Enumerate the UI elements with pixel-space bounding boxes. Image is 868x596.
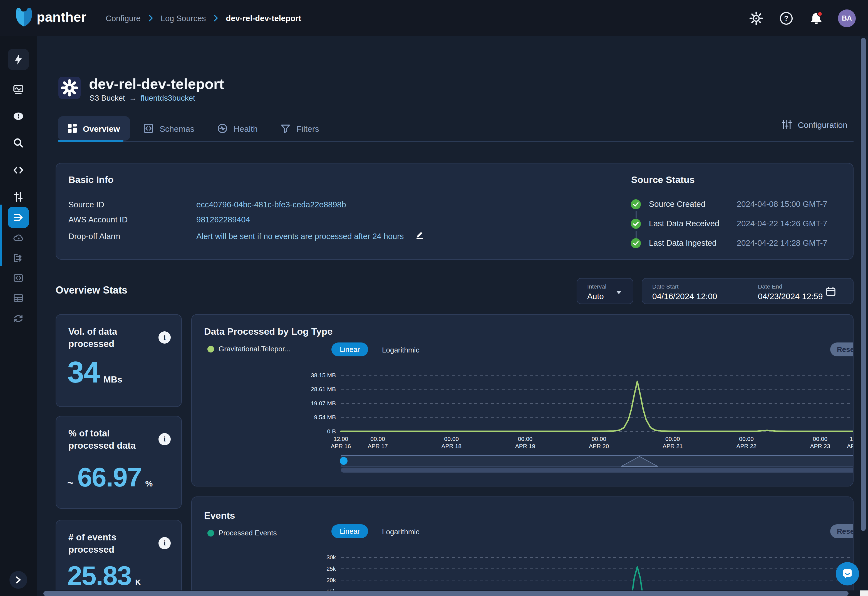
horizontal-scrollbar-thumb[interactable] [43, 591, 849, 596]
tab-label: Health [233, 124, 258, 133]
info-icon[interactable]: i [158, 537, 171, 549]
interval-value: Auto [587, 292, 604, 301]
tab-schemas[interactable]: Schemas [133, 116, 204, 141]
overview-stats-title: Overview Stats [56, 285, 127, 297]
info-icon[interactable]: i [158, 331, 171, 344]
tab-filters[interactable]: Filters [271, 116, 329, 141]
sidebar-item-tables[interactable] [13, 292, 24, 304]
svg-text:9.54 MB: 9.54 MB [314, 414, 336, 420]
svg-text:APR 22: APR 22 [736, 443, 756, 449]
svg-text:APR 23: APR 23 [810, 443, 830, 449]
chat-support-button[interactable] [836, 562, 859, 586]
sidebar-item-search[interactable] [13, 137, 24, 149]
sidebar-item-alerts[interactable] [13, 111, 24, 122]
panther-logo[interactable]: panther [16, 7, 87, 27]
date-range-picker[interactable]: Date Start 04/16/2024 12:00 Date End 04/… [642, 278, 853, 304]
stat-card-volume: Vol. of data processed i 34 MBs [56, 314, 182, 407]
date-end-value[interactable]: 04/23/2024 12:59 [758, 291, 823, 301]
info-row-label: Source ID [68, 200, 104, 209]
sidebar-expand-button[interactable] [9, 571, 27, 589]
status-connector [636, 231, 637, 238]
funnel-icon [281, 124, 290, 133]
brush-handle-left[interactable] [340, 457, 347, 465]
svg-text:APR 16: APR 16 [331, 443, 351, 449]
sidebar-item-monitor-pulse[interactable] [13, 84, 24, 95]
source-id-value: ecc40796-04bc-481c-bfe3-ceda22e8898b [196, 200, 346, 209]
stat-unit: K [135, 578, 141, 587]
svg-text:00:00: 00:00 [518, 435, 533, 442]
source-type-label: S3 Bucket [90, 93, 125, 102]
edit-pencil-icon[interactable] [415, 230, 424, 239]
sidebar-item-pipeline[interactable] [13, 313, 24, 324]
svg-text:APR 21: APR 21 [663, 443, 682, 449]
logo-wordmark: panther [37, 9, 87, 25]
stat-title: Vol. of data processed [68, 326, 152, 350]
settings-gear-icon[interactable] [748, 10, 765, 27]
help-icon[interactable]: ? [778, 10, 794, 27]
stat-number: 34 [67, 355, 99, 389]
tab-overview[interactable]: Overview [58, 116, 130, 141]
stat-title: % of total processed data [68, 428, 152, 452]
check-circle-icon [630, 238, 641, 248]
brush-rail[interactable] [341, 468, 853, 472]
app-window: panther Configure Log Sources dev-rel-de… [0, 0, 868, 596]
status-row-value: 2024-04-22 14:28 GMT-7 [737, 239, 827, 248]
stat-card-events: # of events processed i 25.83 K [56, 520, 182, 596]
svg-text:38.15 MB: 38.15 MB [311, 372, 336, 378]
configuration-button[interactable]: Configuration [782, 119, 847, 130]
brush-preview [341, 455, 853, 467]
info-icon[interactable]: i [158, 433, 171, 446]
arrow-right: → [129, 93, 137, 102]
sidebar-item-forwarding[interactable] [13, 252, 24, 264]
source-status-title: Source Status [631, 174, 695, 186]
svg-text:00:00: 00:00 [665, 435, 680, 442]
sidebar-active-indicator [0, 205, 2, 266]
chevron-right-icon [214, 15, 218, 22]
breadcrumb-log-sources[interactable]: Log Sources [161, 13, 206, 22]
sidebar-item-code[interactable] [13, 165, 24, 176]
sliders-icon [782, 119, 792, 130]
code-square-icon [143, 124, 154, 133]
interval-dropdown[interactable]: Interval Auto [577, 278, 633, 304]
svg-text:APR 20: APR 20 [589, 443, 609, 449]
date-start-value[interactable]: 04/16/2024 12:00 [652, 291, 717, 301]
breadcrumb-current: dev-rel-dev-teleport [226, 13, 301, 22]
stat-number: 66.97 [77, 462, 141, 493]
svg-text:0 B: 0 B [327, 428, 336, 435]
status-row-value: 2024-04-08 15:00 GMT-7 [737, 199, 827, 208]
stat-card-percent: % of total processed data i ~ 66.97 % [56, 416, 182, 509]
date-start-label: Date Start [652, 283, 679, 290]
topbar: panther Configure Log Sources dev-rel-de… [0, 0, 868, 36]
stat-value: ~ 66.97 % [67, 462, 153, 493]
svg-text:00:00: 00:00 [371, 435, 385, 442]
sidebar-item-sliders[interactable] [13, 191, 24, 202]
status-row-label: Last Data Ingested [649, 239, 716, 248]
interval-label: Interval [587, 283, 607, 290]
calendar-icon[interactable] [826, 286, 836, 297]
avatar[interactable]: BA [838, 9, 856, 27]
vertical-scrollbar-thumb[interactable] [861, 38, 866, 531]
info-row-label: AWS Account ID [68, 215, 128, 224]
stat-value: 34 MBs [67, 355, 123, 389]
sidebar-item-schemas[interactable] [13, 273, 24, 283]
stat-unit: MBs [103, 375, 123, 385]
sidebar-item-log-sources-active[interactable] [13, 212, 24, 223]
svg-text:APR 19: APR 19 [515, 443, 535, 449]
check-circle-icon [630, 199, 641, 209]
sidebar-item-lightning[interactable] [13, 54, 24, 65]
sidebar-item-cloud-security[interactable] [13, 232, 24, 243]
notification-dot [818, 12, 822, 16]
svg-text:12:00: 12:00 [334, 435, 348, 442]
stat-title: # of events processed [68, 531, 152, 556]
scrollbar-corner [860, 590, 868, 596]
timeline-brush[interactable] [341, 455, 853, 472]
panther-shield-icon [16, 7, 32, 27]
bucket-link[interactable]: fluentds3bucket [141, 93, 195, 102]
drop-off-alarm-value: Alert will be sent if no events are proc… [196, 232, 404, 241]
info-row-label: Drop-off Alarm [68, 232, 120, 241]
notifications-bell-icon[interactable] [808, 10, 825, 27]
tab-health[interactable]: Health [207, 116, 268, 141]
source-type-icon [58, 77, 81, 99]
breadcrumb-configure[interactable]: Configure [106, 13, 141, 22]
active-tab-underline [58, 140, 124, 142]
